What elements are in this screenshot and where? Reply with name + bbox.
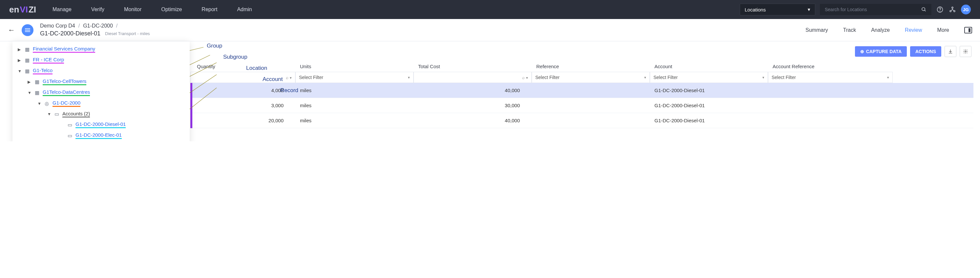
nav-items: Manage Verify Monitor Optimize Report Ad… (52, 6, 252, 13)
scope-label: Locations (745, 7, 766, 13)
tree-item-datacentres[interactable]: ▼ ▦ G1Telco-DataCentres (13, 87, 190, 98)
capture-data-button[interactable]: ⊕ CAPTURE DATA (855, 46, 907, 57)
cell-units: miles (295, 87, 414, 93)
col-account: Account (650, 63, 768, 69)
help-icon[interactable] (936, 6, 944, 13)
tab-more[interactable]: More (937, 27, 949, 33)
tree-label: G1Telco-DataCentres (43, 89, 90, 96)
caret-right-icon: ▶ (18, 47, 22, 52)
tree-item-fr-ice[interactable]: ▶ ▦ FR - ICE Corp (13, 55, 190, 66)
tree-item-accounts[interactable]: ▼ ▭ Accounts (2) (13, 109, 190, 119)
filter-total-cost[interactable]: ⌕ ▾ (414, 72, 532, 83)
crumb-sep: / (116, 23, 118, 29)
scope-select[interactable]: Locations ▾ (740, 3, 815, 16)
tree-item-elec01[interactable]: ▭ G1-DC-2000-Elec-01 (13, 130, 190, 141)
logo[interactable]: enVIZI (9, 5, 36, 15)
chevron-down-icon: ▾ (887, 76, 889, 80)
location-icon: ◎ (45, 101, 50, 107)
tree-label: FR - ICE Corp (33, 57, 64, 63)
tree-item-g1telco[interactable]: ▼ ▦ G1-Telco (13, 66, 190, 76)
table-row[interactable]: 3,000 miles 30,000 G1-DC-2000-Diesel-01 (190, 98, 974, 113)
tree-label: G1-DC-2000-Diesel-01 (75, 121, 126, 128)
records-table: Quantity Units Total Cost Reference Acco… (190, 60, 974, 128)
tree-label: Accounts (2) (62, 111, 90, 117)
svg-point-3 (940, 11, 940, 11)
tab-track[interactable]: Track (843, 27, 856, 33)
cell-account: G1-DC-2000-Diesel-01 (650, 103, 768, 108)
chevron-down-icon: ▾ (762, 76, 764, 80)
tree-label: G1-DC-2000 (52, 100, 80, 107)
search-input[interactable] (825, 7, 921, 12)
back-arrow[interactable]: ← (8, 26, 15, 35)
chevron-down-icon: ▾ (808, 6, 810, 13)
subgroup-icon: ▦ (35, 90, 40, 96)
nav-monitor[interactable]: Monitor (124, 6, 142, 13)
tree-item-financial[interactable]: ▶ ▦ Financial Services Company (13, 44, 190, 55)
filter-account-reference[interactable]: Select Filter▾ (768, 72, 893, 83)
avatar-initials: JG (963, 7, 969, 12)
account-icon: ▭ (68, 122, 73, 128)
tab-analyze[interactable]: Analyze (871, 27, 890, 33)
tree-label: G1-Telco (33, 68, 52, 74)
table-row[interactable]: 4,000 miles 40,000 G1-DC-2000-Diesel-01 (190, 83, 974, 98)
search-icon (921, 7, 926, 12)
crumb-level1[interactable]: Demo Corp D4 (40, 23, 75, 29)
panel-toggle-icon[interactable] (964, 27, 972, 33)
filter-account[interactable]: Select Filter▾ (650, 72, 768, 83)
logo-accent: VI (20, 5, 28, 15)
cell-total-cost: 40,000 (414, 87, 532, 93)
tree-item-dc2000[interactable]: ▼ ◎ G1-DC-2000 (13, 98, 190, 109)
tab-summary[interactable]: Summary (805, 27, 828, 33)
chevron-down-icon: ▾ (526, 76, 528, 80)
account-icon: ▭ (68, 133, 73, 139)
nav-optimize[interactable]: Optimize (161, 6, 182, 13)
breadcrumb-bar: ← Demo Corp D4 / G1-DC-2000 / G1-DC-2000… (0, 19, 980, 41)
tree-panel: ▶ ▦ Financial Services Company ▶ ▦ FR - … (13, 41, 190, 141)
search-icon: ⌕ (522, 75, 525, 80)
table-row[interactable]: 20,000 miles 40,000 G1-DC-2000-Diesel-01 (190, 113, 974, 128)
col-units: Units (295, 63, 414, 69)
nav-admin[interactable]: Admin (237, 6, 252, 13)
account-icon: ▭ (54, 111, 60, 117)
actions-button[interactable]: ACTIONS (910, 46, 941, 57)
svg-line-1 (924, 10, 926, 11)
cell-total-cost: 40,000 (414, 118, 532, 123)
avatar[interactable]: JG (961, 5, 971, 14)
crumb-sep: / (78, 23, 80, 29)
caret-down-icon: ▼ (47, 112, 52, 116)
svg-point-5 (950, 11, 951, 12)
caret-right-icon: ▶ (27, 80, 32, 84)
filter-reference[interactable]: Select Filter▾ (532, 72, 650, 83)
content: ⊕ CAPTURE DATA ACTIONS Quantity Units To… (190, 41, 980, 141)
cell-units: miles (295, 118, 414, 123)
org-icon[interactable] (948, 6, 956, 13)
tree-item-diesel01[interactable]: ▭ G1-DC-2000-Diesel-01 (13, 119, 190, 130)
logo-suffix: ZI (29, 5, 36, 15)
tree-item-dc2001[interactable]: ▶ ◎ G1-DC-2001 (13, 141, 190, 141)
filter-units[interactable]: Select Filter▾ (295, 72, 414, 83)
filter-quantity[interactable]: ⌕ ▾ (190, 72, 295, 83)
record-indicator (190, 98, 192, 113)
search-box[interactable] (820, 4, 931, 15)
cell-quantity: 20,000 (190, 118, 295, 123)
tab-review[interactable]: Review (905, 27, 922, 33)
cell-units: miles (295, 103, 414, 108)
nav-manage[interactable]: Manage (52, 6, 72, 13)
download-button[interactable] (945, 46, 956, 57)
group-icon: ▦ (25, 57, 30, 63)
nav-verify[interactable]: Verify (91, 6, 104, 13)
settings-button[interactable] (960, 46, 972, 57)
group-icon: ▦ (25, 47, 30, 52)
chevron-down-icon: ▾ (408, 76, 410, 80)
crumb-level2[interactable]: G1-DC-2000 (83, 23, 113, 29)
cell-total-cost: 30,000 (414, 103, 532, 108)
nav-right: Locations ▾ JG (740, 3, 971, 16)
caret-down-icon: ▼ (18, 69, 22, 73)
crumb-level3: G1-DC-2000-Diesel-01 (40, 30, 100, 37)
tree-toggle-button[interactable] (22, 24, 33, 36)
top-nav: enVIZI Manage Verify Monitor Optimize Re… (0, 0, 980, 19)
breadcrumb: Demo Corp D4 / G1-DC-2000 / G1-DC-2000-D… (40, 23, 150, 37)
tree-item-celltowers[interactable]: ▶ ▦ G1Telco-CellTowers (13, 76, 190, 87)
action-bar: ⊕ CAPTURE DATA ACTIONS (190, 41, 974, 60)
nav-report[interactable]: Report (202, 6, 217, 13)
